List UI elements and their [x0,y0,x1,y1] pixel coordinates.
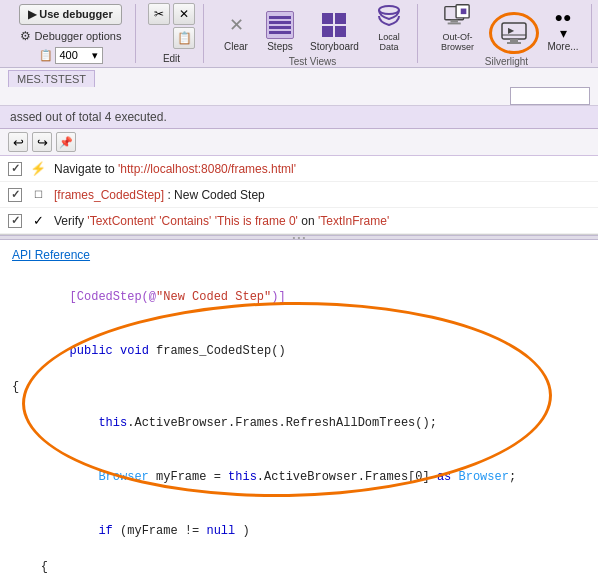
clear-button[interactable]: ✕ [173,3,195,25]
more-label: More... [547,41,578,52]
pin-button[interactable]: 📌 [56,132,76,152]
dropdown-arrow: ▾ [92,49,98,62]
steps-icon [266,11,294,39]
toolbar-edit-section: ✂ ✕ 📋 Edit [140,4,204,63]
svg-rect-5 [335,13,346,24]
step-icon-3: ✓ [30,213,46,228]
out-of-browser-button[interactable]: Out-Of-Browser [430,0,485,54]
number-input[interactable]: 400 ▾ [55,47,103,64]
step-checkbox-1[interactable]: ✓ [8,162,22,176]
step-checkbox-2[interactable]: ✓ [8,188,22,202]
svg-text:▶: ▶ [508,26,515,35]
toolbar-debugger-section: ▶ Use debugger ⚙ Debugger options 📋 400 … [6,4,136,63]
code-area: API Reference [CodedStep(@"New Coded Ste… [0,240,598,575]
monitor-icon: ▶ [500,19,528,47]
code-line: { [12,378,586,396]
svg-rect-1 [269,21,291,24]
more-icon: ●● ▾ [549,11,577,39]
code-line: { [12,558,586,575]
debugger-options-row: ⚙ Debugger options [20,29,122,43]
code-block: [CodedStep(@"New Coded Step")] public vo… [12,270,586,575]
code-method-name: frames_CodedStep() [156,344,286,358]
svg-rect-7 [335,26,346,37]
edit-label: Edit [163,53,180,64]
svg-rect-11 [448,23,461,25]
clear-icon: ✕ [222,11,250,39]
edit-sub-buttons: ✕ 📋 [173,3,195,49]
code-line: this.ActiveBrowser.Frames.RefreshAllDomT… [12,396,586,450]
storyboard-icon [320,11,348,39]
monitor-button-inner[interactable]: ▶ [494,17,534,49]
step-coded-label: [frames_CodedStep] [54,188,164,202]
silverlight-buttons: Out-Of-Browser ▶ [430,0,583,54]
code-attr-2: )] [271,290,285,304]
toolbar: ▶ Use debugger ⚙ Debugger options 📋 400 … [0,0,598,68]
step-text-2: [frames_CodedStep] : New Coded Step [54,188,265,202]
paste-button[interactable]: 📋 [173,27,195,49]
svg-rect-15 [507,42,521,44]
steps-area: ✓ ⚡ Navigate to 'http://localhost:8080/f… [0,156,598,235]
use-debugger-button[interactable]: ▶ Use debugger [19,4,121,25]
steps-button[interactable]: Steps [260,9,300,54]
svg-rect-10 [451,20,458,23]
file-tab-bar: MES.TSTEST [0,68,598,106]
local-data-label: LocalData [378,32,400,52]
undo-bar: ↩ ↪ 📌 [0,129,598,156]
step-url-1: 'http://localhost:8080/frames.html' [118,162,296,176]
step-verify-3: 'This is frame 0' [215,214,298,228]
clear-toolbar-button[interactable]: ✕ Clear [216,9,256,54]
step-icon-2: ☐ [30,189,46,200]
svg-rect-6 [322,26,333,37]
svg-rect-4 [322,13,333,24]
cut-button[interactable]: ✂ [148,3,170,25]
more-button[interactable]: ●● ▾ More... [543,9,583,54]
svg-rect-2 [269,26,291,29]
step-verify-4: 'TextInFrame' [318,214,389,228]
more-icon-symbol: ●● [555,9,572,25]
storyboard-button[interactable]: Storyboard [304,9,365,54]
out-of-browser-icon [443,2,471,30]
silverlight-monitor-button[interactable]: ▶ [489,12,539,54]
silverlight-label: Silverlight [485,56,528,67]
step-verify-2: 'Contains' [159,214,211,228]
edit-buttons: ✂ ✕ 📋 [148,3,195,49]
code-kw-public: public [70,344,120,358]
silverlight-section: Out-Of-Browser ▶ [422,4,592,63]
number-row: 📋 400 ▾ [39,47,103,64]
code-string-1: "New Coded Step" [156,290,271,304]
local-data-button[interactable]: LocalData [369,0,409,54]
out-of-browser-label: Out-Of-Browser [436,32,479,52]
api-reference-link[interactable]: API Reference [12,248,586,262]
table-row: ✓ ☐ [frames_CodedStep] : New Coded Step [0,182,598,208]
redo-button[interactable]: ↪ [32,132,52,152]
svg-rect-13 [502,23,526,39]
step-text-1: Navigate to 'http://localhost:8080/frame… [54,162,296,176]
code-attr: [CodedStep(@ [70,290,156,304]
test-views-buttons: ✕ Clear Steps [216,0,409,54]
test-views-section: ✕ Clear Steps [208,4,418,63]
undo-button[interactable]: ↩ [8,132,28,152]
storyboard-label: Storyboard [310,41,359,52]
debugger-options-label: Debugger options [35,30,122,42]
steps-label: Steps [267,41,293,52]
search-box[interactable] [510,87,590,105]
svg-rect-3 [269,31,291,34]
local-data-icon [375,2,403,30]
test-views-label: Test Views [289,56,337,67]
code-line: public void frames_CodedStep() [12,324,586,378]
use-debugger-label: Use debugger [39,8,112,20]
code-line: [CodedStep(@"New Coded Step")] [12,270,586,324]
table-row: ✓ ⚡ Navigate to 'http://localhost:8080/f… [0,156,598,182]
number-icon: 📋 [39,49,53,62]
svg-rect-14 [510,39,518,42]
svg-point-8 [379,6,399,14]
play-icon: ▶ [28,8,36,21]
message-bar: assed out of total 4 executed. [0,106,598,129]
main-content: MES.TSTEST assed out of total 4 executed… [0,68,598,575]
file-tab[interactable]: MES.TSTEST [8,70,95,87]
code-kw-void: void [120,344,156,358]
pass-message: assed out of total 4 executed. [10,110,167,124]
gear-icon: ⚙ [20,29,31,43]
step-checkbox-3[interactable]: ✓ [8,214,22,228]
step-text-3: Verify 'TextContent' 'Contains' 'This is… [54,214,389,228]
